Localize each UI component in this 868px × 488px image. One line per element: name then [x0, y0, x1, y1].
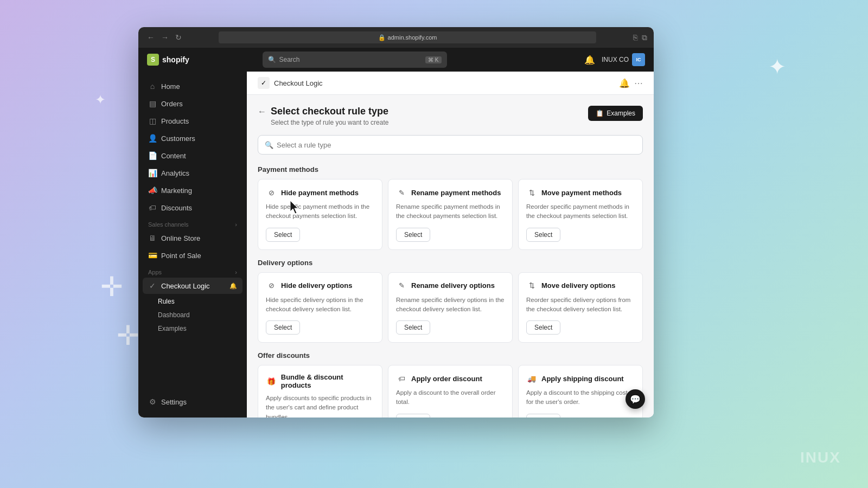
card-bundle-discount[interactable]: 🎁 Bundle & discount products Apply disco…	[258, 365, 382, 418]
move-payment-title: Move payment methods	[541, 189, 622, 197]
apps-chevron: ›	[235, 269, 237, 275]
online-store-icon: 🖥	[148, 234, 157, 242]
shopify-app: S shopify 🔍 Search ⌘ K 🔔 INUX CO IC	[138, 48, 654, 418]
search-shortcut: ⌘ K	[425, 56, 441, 63]
card-shipping-discount-header: 🚚 Apply shipping discount	[526, 373, 635, 384]
move-delivery-title: Move delivery options	[541, 281, 616, 290]
sidebar-label-dashboard: Dashboard	[158, 311, 190, 319]
sidebar-label-marketing: Marketing	[161, 187, 192, 195]
main-panel: ✓ Checkout Logic 🔔 ⋯ ←	[247, 72, 654, 418]
order-discount-desc: Apply a discount to the overall order to…	[396, 388, 505, 407]
app-header-left: ✓ Checkout Logic	[258, 77, 323, 89]
move-payment-select-btn[interactable]: Select	[526, 228, 560, 242]
store-badge[interactable]: INUX CO IC	[602, 53, 645, 66]
app-icon-symbol: ✓	[261, 79, 266, 87]
hide-delivery-desc: Hide specific delivery options in the ch…	[266, 296, 374, 314]
sidebar-label-customers: Customers	[161, 134, 195, 143]
sidebar-item-analytics[interactable]: 📊 Analytics	[143, 165, 242, 181]
products-icon: ◫	[148, 117, 157, 125]
sidebar-subitem-dashboard[interactable]: Dashboard	[143, 309, 242, 322]
order-discount-title: Apply order discount	[411, 375, 482, 383]
page-subtitle: Select the type of rule you want to crea…	[271, 119, 388, 126]
star-decoration-3: ✛	[100, 271, 123, 303]
card-order-discount[interactable]: 🏷 Apply order discount Apply a discount …	[388, 365, 513, 418]
search-icon: 🔍	[268, 56, 276, 63]
rename-payment-icon: ✎	[396, 187, 407, 198]
move-delivery-icon: ⇅	[526, 280, 537, 291]
topbar-right: 🔔 INUX CO IC	[584, 53, 645, 66]
notification-bell-icon[interactable]: 🔔	[584, 55, 595, 65]
content-area: ← Select checkout rule type Select the t…	[247, 95, 654, 418]
browser-split-icon[interactable]: ⧉	[642, 33, 647, 42]
sidebar-label-orders: Orders	[161, 100, 183, 108]
search-placeholder: Search	[279, 56, 300, 63]
card-hide-delivery[interactable]: ⊘ Hide delivery options Hide specific de…	[258, 272, 382, 343]
header-bell-icon[interactable]: 🔔	[619, 78, 630, 88]
sidebar-subitem-examples[interactable]: Examples	[143, 322, 242, 335]
sidebar-item-discounts[interactable]: 🏷 Discounts	[143, 200, 242, 216]
checkout-logic-bell-icon: 🔔	[229, 282, 237, 290]
inux-watermark: INUX	[800, 449, 841, 466]
header-more-icon[interactable]: ⋯	[634, 78, 643, 88]
card-hide-payment[interactable]: ⊘ Hide payment methods Hide specific pay…	[258, 179, 382, 250]
sidebar-item-pos[interactable]: 💳 Point of Sale	[143, 247, 242, 264]
shopify-topbar: S shopify 🔍 Search ⌘ K 🔔 INUX CO IC	[138, 48, 654, 72]
rename-delivery-icon: ✎	[396, 280, 407, 291]
app-header-right: 🔔 ⋯	[619, 78, 643, 88]
chat-bubble[interactable]: 💬	[626, 389, 645, 409]
examples-button[interactable]: 📋 Examples	[588, 106, 643, 121]
back-button[interactable]: ←	[258, 107, 266, 117]
sidebar-item-online-store[interactable]: 🖥 Online Store	[143, 230, 242, 246]
sidebar-item-home[interactable]: ⌂ Home	[143, 78, 242, 94]
marketing-icon: 📣	[148, 186, 157, 195]
rename-delivery-select-btn[interactable]: Select	[396, 320, 430, 335]
sidebar-label-settings: Settings	[161, 398, 187, 406]
examples-icon: 📋	[596, 110, 604, 117]
browser-bookmark-icon[interactable]: ⎘	[633, 33, 637, 42]
sidebar-item-products[interactable]: ◫ Products	[143, 113, 242, 129]
shopify-logo-icon: S	[147, 54, 159, 66]
browser-url-bar[interactable]: 🔒 admin.shopify.com	[219, 31, 596, 43]
browser-refresh-btn[interactable]: ↻	[175, 33, 182, 42]
sales-channels-section: Sales channels ›	[143, 217, 242, 230]
shipping-discount-select-btn[interactable]: Select	[526, 414, 560, 418]
card-shipping-discount[interactable]: 🚚 Apply shipping discount Apply a discou…	[518, 365, 643, 418]
sidebar-item-content[interactable]: 📄 Content	[143, 147, 242, 164]
rename-delivery-title: Rename delivery options	[411, 281, 495, 290]
order-discount-select-btn[interactable]: Select	[396, 414, 430, 418]
star-decoration-2: ✦	[95, 92, 106, 107]
card-move-delivery[interactable]: ⇅ Move delivery options Reorder specific…	[518, 272, 643, 343]
content-icon: 📄	[148, 151, 157, 160]
shopify-logo-text: shopify	[162, 55, 189, 64]
browser-window: ← → ↻ 🔒 admin.shopify.com ⎘ ⧉ S shopify …	[138, 27, 654, 418]
home-icon: ⌂	[148, 82, 157, 91]
sidebar-item-checkout-logic[interactable]: ✓ Checkout Logic 🔔	[143, 278, 242, 294]
hide-payment-icon: ⊘	[266, 187, 277, 198]
card-rename-delivery-header: ✎ Rename delivery options	[396, 280, 505, 291]
hide-delivery-select-btn[interactable]: Select	[266, 320, 300, 335]
order-discount-icon: 🏷	[396, 373, 407, 384]
customers-icon: 👤	[148, 134, 157, 143]
url-text: admin.shopify.com	[388, 34, 437, 41]
analytics-icon: 📊	[148, 169, 157, 177]
sidebar-item-marketing[interactable]: 📣 Marketing	[143, 182, 242, 198]
sidebar-item-settings[interactable]: ⚙ Settings	[143, 394, 242, 410]
card-rename-delivery[interactable]: ✎ Rename delivery options Rename specifi…	[388, 272, 513, 343]
move-payment-desc: Reorder specific payment methods in the …	[526, 202, 635, 221]
card-rename-payment[interactable]: ✎ Rename payment methods Rename specific…	[388, 179, 513, 250]
card-move-payment[interactable]: ⇅ Move payment methods Reorder specific …	[518, 179, 643, 250]
hide-payment-desc: Hide specific payment methods in the che…	[266, 202, 374, 221]
browser-back-btn[interactable]: ←	[147, 33, 155, 42]
move-delivery-select-btn[interactable]: Select	[526, 320, 560, 335]
rename-payment-select-btn[interactable]: Select	[396, 228, 430, 242]
shipping-discount-title: Apply shipping discount	[541, 375, 624, 383]
search-bar[interactable]: 🔍 Search ⌘ K	[263, 52, 447, 68]
sidebar-subitem-rules[interactable]: Rules	[143, 295, 242, 308]
rule-type-input[interactable]	[277, 141, 636, 149]
sidebar-item-customers[interactable]: 👤 Customers	[143, 130, 242, 146]
hide-payment-select-btn[interactable]: Select	[266, 228, 300, 242]
browser-forward-btn[interactable]: →	[161, 33, 169, 42]
sidebar-item-orders[interactable]: ▤ Orders	[143, 95, 242, 112]
rule-type-search[interactable]: 🔍	[258, 135, 643, 155]
sales-channels-label: Sales channels	[148, 221, 189, 228]
